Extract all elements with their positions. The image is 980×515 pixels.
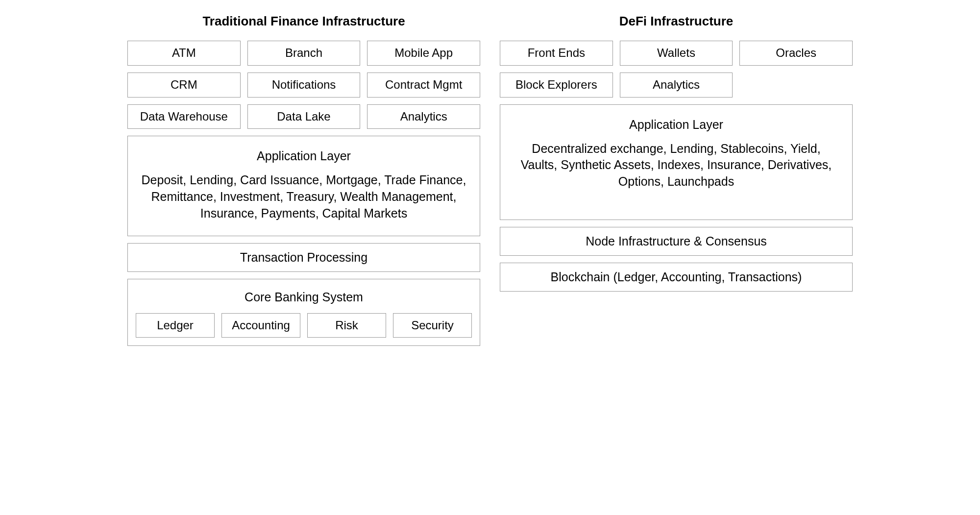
box-front-ends: Front Ends — [500, 41, 613, 66]
defi-title: DeFi Infrastructure — [500, 14, 853, 29]
box-risk: Risk — [307, 313, 386, 338]
box-defi-analytics: Analytics — [620, 73, 733, 98]
tradfi-core-items: Ledger Accounting Risk Security — [136, 313, 472, 338]
defi-row-2: Block Explorers Analytics — [500, 73, 853, 98]
tradfi-row-2: CRM Notifications Contract Mgmt — [127, 73, 480, 98]
defi-app-layer-title: Application Layer — [512, 118, 840, 132]
box-analytics: Analytics — [367, 104, 480, 129]
defi-node-infra: Node Infrastructure & Consensus — [500, 227, 853, 256]
tradfi-core-banking: Core Banking System Ledger Accounting Ri… — [127, 279, 480, 346]
box-crm: CRM — [127, 73, 241, 98]
box-data-warehouse: Data Warehouse — [127, 104, 241, 129]
tradfi-title: Traditional Finance Infrastructure — [127, 14, 480, 29]
tradfi-row-1: ATM Branch Mobile App — [127, 41, 480, 66]
box-ledger: Ledger — [136, 313, 215, 338]
defi-app-layer: Application Layer Decentralized exchange… — [500, 104, 853, 220]
defi-column: DeFi Infrastructure Front Ends Wallets O… — [500, 10, 853, 346]
box-block-explorers: Block Explorers — [500, 73, 613, 98]
box-mobile-app: Mobile App — [367, 41, 480, 66]
tradfi-column: Traditional Finance Infrastructure ATM B… — [127, 10, 480, 346]
box-wallets: Wallets — [620, 41, 733, 66]
box-atm: ATM — [127, 41, 241, 66]
defi-row-1: Front Ends Wallets Oracles — [500, 41, 853, 66]
tradfi-app-layer: Application Layer Deposit, Lending, Card… — [127, 136, 480, 236]
tradfi-tx-processing: Transaction Processing — [127, 243, 480, 272]
tradfi-app-layer-body: Deposit, Lending, Card Issuance, Mortgag… — [140, 172, 468, 221]
tradfi-core-title: Core Banking System — [136, 290, 472, 304]
box-notifications: Notifications — [247, 73, 361, 98]
tradfi-app-layer-title: Application Layer — [140, 149, 468, 163]
defi-blockchain: Blockchain (Ledger, Accounting, Transact… — [500, 263, 853, 292]
box-empty — [739, 73, 853, 98]
box-data-lake: Data Lake — [247, 104, 361, 129]
tradfi-row-3: Data Warehouse Data Lake Analytics — [127, 104, 480, 129]
box-oracles: Oracles — [739, 41, 853, 66]
defi-app-layer-body: Decentralized exchange, Lending, Stablec… — [512, 141, 840, 190]
box-security: Security — [393, 313, 472, 338]
diagram-wrap: Traditional Finance Infrastructure ATM B… — [127, 10, 853, 346]
box-branch: Branch — [247, 41, 361, 66]
box-contract-mgmt: Contract Mgmt — [367, 73, 480, 98]
box-accounting: Accounting — [221, 313, 300, 338]
